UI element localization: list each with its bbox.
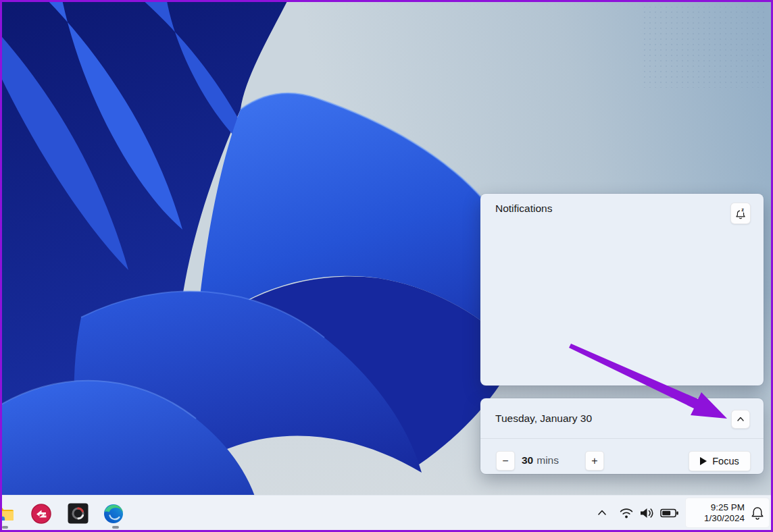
volume-icon xyxy=(639,507,655,519)
svg-text:z: z xyxy=(741,207,744,213)
desktop: Notifications z No new notifications Tue… xyxy=(0,0,773,532)
start-focus-button[interactable]: Focus xyxy=(689,451,751,471)
running-indicator xyxy=(112,526,119,529)
notifications-title: Notifications xyxy=(495,203,552,215)
increase-focus-minutes-button[interactable]: + xyxy=(585,451,604,471)
collapse-calendar-button[interactable] xyxy=(731,410,750,429)
chevron-up-icon xyxy=(736,415,745,424)
tray-battery-button[interactable] xyxy=(659,506,680,520)
wifi-icon xyxy=(619,507,634,519)
taskbar-snagit-button[interactable] xyxy=(31,504,51,524)
taskbar-edge-button[interactable] xyxy=(103,504,124,524)
focus-button-label: Focus xyxy=(712,456,739,467)
calendar-focus-panel: Tuesday, January 30 − 30mins + Focus xyxy=(480,398,764,474)
recorder-app-icon xyxy=(68,503,89,524)
notifications-snooze-button[interactable]: z xyxy=(730,203,751,224)
date-label: Tuesday, January 30 xyxy=(495,413,592,425)
play-icon xyxy=(700,457,707,465)
focus-minutes-value: 30 xyxy=(522,454,533,466)
taskbar-recorder-app-button[interactable] xyxy=(68,503,88,523)
bell-icon xyxy=(750,505,765,521)
taskbar-file-explorer-button[interactable] xyxy=(0,503,14,523)
microsoft-edge-icon xyxy=(103,504,124,524)
clock-time: 9:25 PM xyxy=(711,502,745,513)
taskbar-clock[interactable]: 9:25 PM 1/30/2024 xyxy=(685,498,770,528)
notifications-panel: Notifications z No new notifications xyxy=(480,194,764,385)
panel-divider xyxy=(480,438,764,439)
chevron-up-icon xyxy=(597,508,607,518)
tray-volume-button[interactable] xyxy=(638,505,657,521)
taskbar: 9:25 PM 1/30/2024 xyxy=(0,495,773,531)
clock-date: 1/30/2024 xyxy=(704,513,745,524)
bell-snooze-icon: z xyxy=(734,207,747,220)
clock-text: 9:25 PM 1/30/2024 xyxy=(704,502,745,524)
battery-icon xyxy=(660,508,679,518)
tray-wifi-button[interactable] xyxy=(618,505,635,521)
tray-show-hidden-icons-button[interactable] xyxy=(593,504,611,522)
snagit-icon xyxy=(31,504,51,524)
focus-minutes-unit: mins xyxy=(537,454,559,466)
running-indicator xyxy=(2,526,8,529)
decrease-focus-minutes-button[interactable]: − xyxy=(496,451,515,471)
file-explorer-icon xyxy=(0,503,14,523)
